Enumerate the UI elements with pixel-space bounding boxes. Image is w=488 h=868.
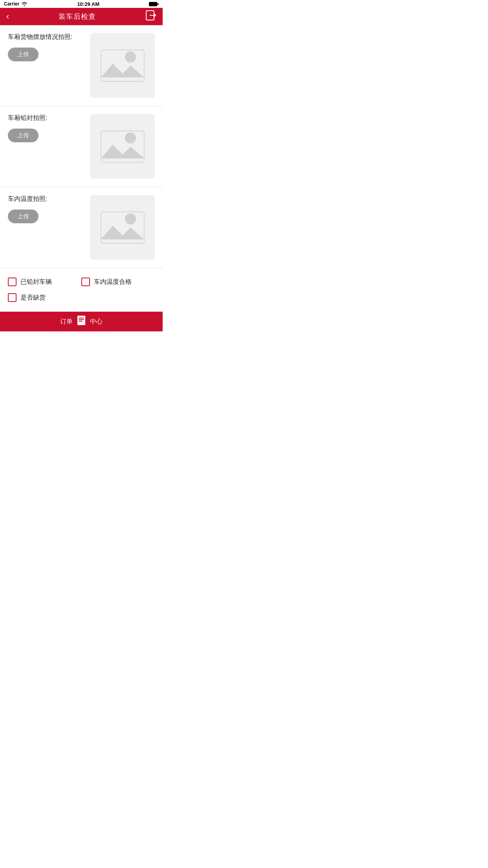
section-temp-photo: 车内温度拍照: 上传 (0, 187, 163, 268)
status-time: 10:29 AM (77, 1, 99, 7)
checkbox-group-sealed: 已铅封车辆 (8, 278, 81, 286)
status-bar: Carrier 10:29 AM (0, 0, 163, 8)
checkboxes-section: 已铅封车辆 车内温度合格 是否缺货 (0, 268, 163, 312)
wifi-icon (21, 2, 28, 6)
checkbox-group-temp-ok: 车内温度合格 (81, 278, 155, 286)
checkbox-shortage-label: 是否缺货 (20, 294, 46, 302)
seal-photo-placeholder (90, 114, 155, 179)
checkbox-sealed-label: 已铅封车辆 (20, 278, 52, 286)
checkbox-temp-ok-label: 车内温度合格 (94, 278, 132, 286)
seal-photo-label: 车厢铅封拍照: (8, 114, 82, 122)
checkbox-temp-ok[interactable] (81, 278, 90, 286)
svg-rect-9 (77, 316, 85, 325)
order-label: 订单 (60, 318, 73, 326)
center-label: 中心 (90, 318, 103, 326)
carrier-label: Carrier (4, 1, 19, 7)
page-title: 装车后检查 (59, 12, 96, 21)
cargo-upload-button[interactable]: 上传 (8, 48, 39, 61)
section-seal-left: 车厢铅封拍照: 上传 (8, 114, 90, 142)
svg-point-7 (125, 213, 136, 224)
checkbox-row-1: 已铅封车辆 车内温度合格 (8, 278, 155, 286)
section-cargo-left: 车厢货物摆放情况拍照: 上传 (8, 33, 90, 61)
battery-icon (149, 2, 159, 7)
temp-photo-placeholder (90, 195, 155, 260)
svg-rect-1 (158, 3, 159, 5)
checkbox-shortage[interactable] (8, 293, 17, 302)
back-button[interactable]: ‹ (6, 11, 9, 22)
temp-upload-button[interactable]: 上传 (8, 210, 39, 223)
svg-point-3 (125, 51, 136, 63)
checkbox-row-2: 是否缺货 (8, 293, 155, 302)
cargo-photo-placeholder (90, 33, 155, 98)
svg-rect-0 (149, 2, 157, 6)
document-icon (76, 315, 87, 328)
cargo-photo-label: 车厢货物摆放情况拍照: (8, 33, 82, 41)
status-right (149, 2, 159, 7)
section-cargo-photo: 车厢货物摆放情况拍照: 上传 (0, 25, 163, 106)
tab-bar: 订单 中心 (0, 312, 163, 331)
seal-upload-button[interactable]: 上传 (8, 129, 39, 142)
main-content: 车厢货物摆放情况拍照: 上传 车厢铅封拍照: 上传 车内温度拍照: (0, 25, 163, 312)
status-left: Carrier (4, 1, 28, 7)
header: ‹ 装车后检查 (0, 8, 163, 25)
tab-bar-content[interactable]: 订单 中心 (60, 315, 103, 328)
checkbox-sealed[interactable] (8, 278, 17, 286)
temp-photo-label: 车内温度拍照: (8, 195, 82, 203)
section-temp-left: 车内温度拍照: 上传 (8, 195, 90, 223)
section-seal-photo: 车厢铅封拍照: 上传 (0, 106, 163, 187)
checkbox-group-shortage: 是否缺货 (8, 293, 155, 302)
svg-point-5 (125, 132, 136, 143)
exit-button[interactable] (145, 10, 156, 23)
